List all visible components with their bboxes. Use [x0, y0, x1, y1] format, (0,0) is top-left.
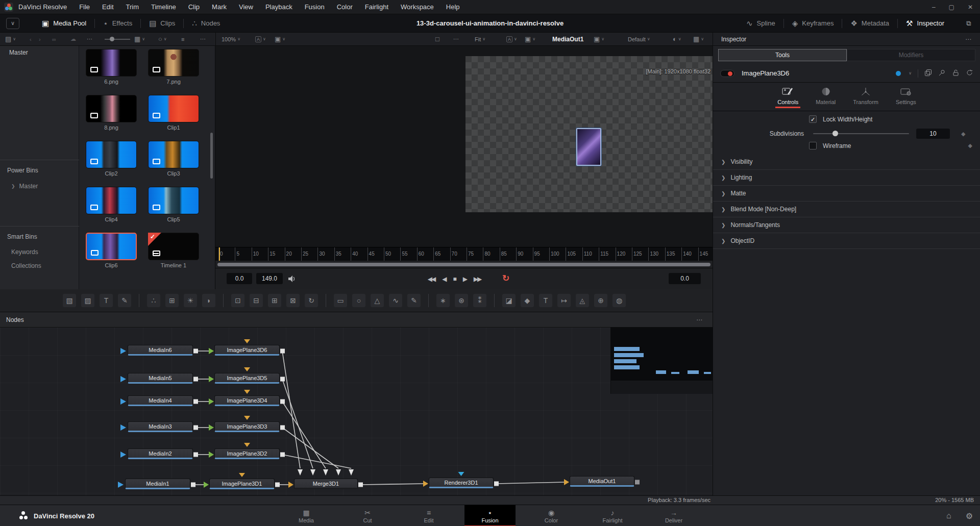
lock-icon[interactable]	[952, 69, 960, 78]
fusion-tool-icon-4-1[interactable]: ⊛	[455, 294, 468, 307]
menu-trim[interactable]: Trim	[126, 3, 139, 11]
node-mediain3[interactable]: MediaIn3	[128, 421, 193, 432]
viewer-grid-icon[interactable]: ▦∨	[693, 33, 704, 45]
cloud-icon[interactable]: ☁	[70, 33, 76, 45]
window-close-icon[interactable]: ✕	[968, 4, 973, 11]
fusion-tool-icon-3-4[interactable]: ✎	[407, 294, 421, 307]
fusion-tool-icon-1-0[interactable]: ∴	[147, 294, 160, 307]
subdivisions-keyframe-icon[interactable]: ◆	[961, 131, 965, 137]
node-graph[interactable]: MediaIn6ImagePlane3D6MediaIn5ImagePlane3…	[0, 328, 713, 495]
node-renderer3d1[interactable]: Renderer3D1	[429, 478, 494, 488]
inspector-tab-modifiers[interactable]: Modifiers	[847, 49, 975, 61]
window-maximize-icon[interactable]: ▢	[949, 4, 954, 11]
fusion-tool-icon-4-0[interactable]: ∗	[436, 294, 450, 307]
viewer-mode-icon[interactable]: ▣∨	[275, 33, 285, 45]
section-visibility[interactable]: ❯Visibility	[713, 154, 980, 170]
fusion-tool-icon-5-0[interactable]: ◪	[502, 294, 516, 307]
clip-thumb-clip1[interactable]	[148, 95, 199, 122]
playhead-value-field[interactable]: 0.0	[669, 273, 701, 284]
go-to-start-button[interactable]: ◀◀	[428, 275, 435, 283]
dual-screen-icon[interactable]: ⧉	[963, 18, 975, 29]
fusion-tool-icon-5-6[interactable]: ◍	[612, 294, 626, 307]
fusion-tool-icon-2-0[interactable]: ⊡	[231, 294, 244, 307]
viewer-gain-icon[interactable]: A∨	[506, 33, 517, 45]
node-imageplane3d3[interactable]: ImagePlane3D3	[214, 421, 280, 432]
menu-file[interactable]: File	[79, 3, 90, 11]
clip-thumb-8-png[interactable]	[86, 95, 137, 122]
node-enable-toggle[interactable]	[720, 70, 734, 77]
timeline-scrollbar[interactable]	[217, 263, 710, 266]
fusion-tool-icon-4-2[interactable]: ⁑	[473, 294, 486, 307]
nodes-options-icon[interactable]: ⋯	[696, 316, 703, 323]
fusion-tool-icon-3-3[interactable]: ∿	[389, 294, 402, 307]
timeline-ruler[interactable]: 0510152025303540455055606570758085909510…	[215, 247, 713, 261]
control-tab-material[interactable]: Material	[814, 86, 838, 108]
bin-item-master[interactable]: ❯Master	[11, 183, 38, 190]
node-imageplane3d2[interactable]: ImagePlane3D2	[214, 448, 280, 459]
fusion-tool-icon-2-1[interactable]: ⊟	[250, 294, 263, 307]
node-mediain4[interactable]: MediaIn4	[128, 395, 193, 406]
spline-button[interactable]: ∿Spline	[738, 19, 783, 28]
toolbar-collapse-button[interactable]: ∨	[6, 18, 19, 29]
menu-view[interactable]: View	[239, 3, 253, 11]
play-button[interactable]: ▶	[463, 275, 467, 283]
fusion-tool-icon-2-4[interactable]: ↻	[305, 294, 318, 307]
fusion-tool-icon-3-1[interactable]: ○	[352, 294, 365, 307]
window-minimize-icon[interactable]: –	[932, 4, 936, 11]
sort-icon[interactable]: ≡	[181, 33, 184, 45]
section-lighting[interactable]: ❯Lighting	[713, 170, 980, 186]
image-plane-object[interactable]	[576, 128, 601, 166]
media-pool-button[interactable]: ▣Media Pool	[34, 19, 94, 28]
lock-width-height-checkbox[interactable]: ✓	[809, 115, 817, 123]
menu-fusion[interactable]: Fusion	[305, 3, 325, 11]
fusion-tool-icon-5-3[interactable]: ↦	[557, 294, 571, 307]
page-tab-fairlight[interactable]: ♪Fairlight	[587, 505, 638, 526]
fusion-tool-icon-0-1[interactable]: ▨	[81, 294, 94, 307]
mediapool-more-icon[interactable]: ⋯	[200, 33, 206, 45]
menu-help[interactable]: Help	[446, 3, 460, 11]
copy-settings-icon[interactable]	[924, 69, 932, 78]
fusion-tool-icon-0-0[interactable]: ▧	[63, 294, 76, 307]
node-imageplane3d1[interactable]: ImagePlane3D1	[209, 479, 275, 489]
node-mediain1[interactable]: MediaIn1	[125, 479, 190, 489]
loop-icon[interactable]: ↻	[502, 273, 509, 284]
viewer-buffer-icon[interactable]: ▣∨	[594, 33, 604, 45]
fusion-tool-icon-3-2[interactable]: △	[371, 294, 384, 307]
fusion-tool-icon-0-2[interactable]: T	[100, 294, 113, 307]
menu-mark[interactable]: Mark	[212, 3, 227, 11]
grid-view-icon[interactable]: ▦∨	[134, 33, 145, 45]
node-mediain5[interactable]: MediaIn5	[128, 373, 193, 384]
fusion-tool-icon-3-0[interactable]: ▭	[334, 294, 347, 307]
section-matte[interactable]: ❯Matte	[713, 186, 980, 202]
node-merge3d1[interactable]: Merge3D1	[294, 479, 358, 489]
menu-color[interactable]: Color	[337, 3, 353, 11]
node-imageplane3d4[interactable]: ImagePlane3D4	[214, 395, 280, 406]
fusion-tool-icon-5-1[interactable]: ◆	[521, 294, 534, 307]
go-to-end-button[interactable]: ▶▶	[474, 275, 481, 283]
single-viewer-icon[interactable]: □	[435, 33, 439, 45]
subdivisions-slider[interactable]	[813, 133, 909, 134]
search-icon[interactable]: ○∨	[158, 33, 167, 45]
stop-button[interactable]: ■	[453, 275, 455, 283]
page-tab-color[interactable]: ◉Color	[526, 505, 577, 526]
back-icon[interactable]: ‹	[30, 33, 32, 45]
bin-view-icon[interactable]: ▤∨	[5, 33, 16, 45]
current-time-field[interactable]: 0.0	[227, 273, 252, 284]
clip-thumb-timeline-1[interactable]: ✓	[148, 233, 199, 260]
page-tab-edit[interactable]: ≡Edit	[403, 505, 454, 526]
control-tab-transform[interactable]: Transform	[851, 86, 880, 108]
relink-icon[interactable]: ∞	[52, 33, 56, 45]
menu-edit[interactable]: Edit	[102, 3, 113, 11]
settings-gear-icon[interactable]: ⚙	[966, 511, 973, 521]
inspector-options-icon[interactable]: ⋯	[965, 36, 972, 43]
node-mediain2[interactable]: MediaIn2	[128, 448, 193, 459]
more-options-icon[interactable]: ⋯	[87, 33, 92, 45]
clip-thumb-clip3[interactable]	[148, 141, 199, 168]
viewer-channel-a-icon[interactable]: A∨	[255, 33, 266, 45]
menu-clip[interactable]: Clip	[188, 3, 200, 11]
speaker-icon[interactable]	[288, 275, 297, 284]
wireframe-checkbox[interactable]	[809, 142, 817, 149]
viewer-split-icon[interactable]: ▣∨	[525, 33, 535, 45]
viewer-fit-select[interactable]: Fit∨	[475, 33, 485, 45]
metadata-button[interactable]: ❖Metadata	[842, 19, 897, 28]
